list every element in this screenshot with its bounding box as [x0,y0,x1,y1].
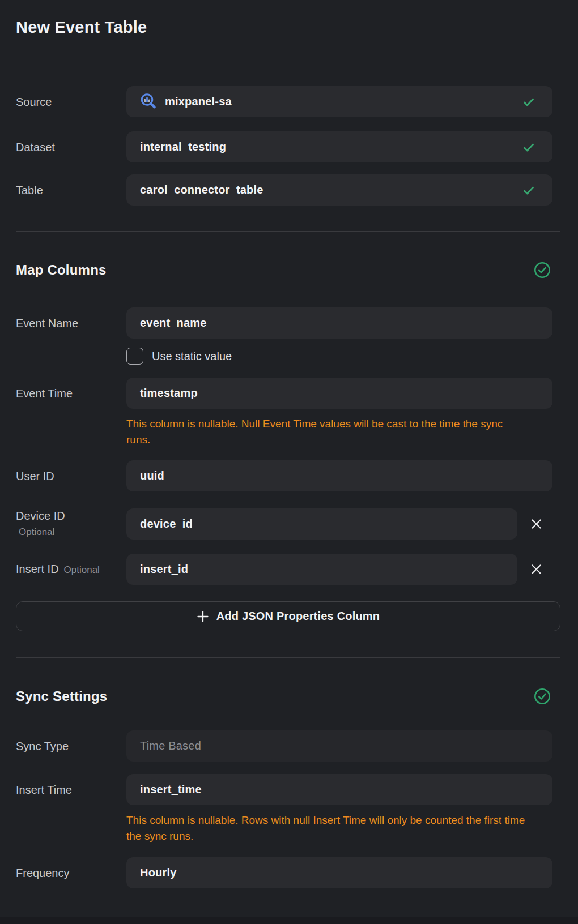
device-id-value: device_id [140,517,193,531]
remove-insert-id-button[interactable] [526,559,546,580]
insert-id-field[interactable]: insert_id [126,554,517,585]
remove-device-id-button[interactable] [526,514,546,534]
event-time-value: timestamp [140,387,198,400]
event-name-field[interactable]: event_name [126,307,552,339]
insert-id-label: Insert IDOptional [16,562,126,577]
dataset-value: internal_testing [140,140,226,153]
source-value: mixpanel-sa [165,95,232,108]
event-name-label: Event Name [16,316,126,330]
frequency-field[interactable]: Hourly [126,857,552,888]
add-json-properties-column-button[interactable]: Add JSON Properties Column [16,601,560,631]
sync-type-field: Time Based [126,730,552,762]
event-time-field[interactable]: timestamp [126,378,552,409]
insert-time-label: Insert Time [16,783,126,797]
device-id-label: Device ID Optional [16,509,126,539]
use-static-value-checkbox[interactable] [126,348,143,365]
frequency-row: Frequency Hourly [16,857,552,888]
frequency-label: Frequency [16,866,126,880]
section-divider [16,231,560,232]
dataset-label: Dataset [16,140,126,154]
user-id-field[interactable]: uuid [126,460,552,491]
map-columns-header: Map Columns [16,261,552,279]
user-id-row: User ID uuid [16,460,552,491]
event-time-warning: This column is nullable. Null Event Time… [126,416,529,448]
close-icon [530,517,543,531]
event-name-value: event_name [140,316,207,330]
sync-type-label: Sync Type [16,739,126,753]
insert-time-warning: This column is nullable. Rows with null … [126,812,529,844]
device-id-optional-label: Optional [19,525,126,539]
insert-id-value: insert_id [140,563,188,576]
source-field[interactable]: mixpanel-sa [126,86,552,117]
device-id-row: Device ID Optional device_id [16,508,552,540]
mixpanel-icon [139,92,158,111]
device-id-field[interactable]: device_id [126,508,517,540]
user-id-value: uuid [140,469,164,482]
map-columns-heading: Map Columns [16,262,107,278]
add-json-properties-column-label: Add JSON Properties Column [216,610,380,623]
user-id-label: User ID [16,469,126,483]
insert-time-field[interactable]: insert_time [126,774,552,805]
table-field[interactable]: carol_connector_table [126,174,552,206]
dataset-field[interactable]: internal_testing [126,131,552,162]
sync-settings-header: Sync Settings [16,687,552,705]
use-static-value-label: Use static value [152,350,232,363]
source-label: Source [16,95,126,109]
bottom-edge-strip [0,917,578,924]
insert-id-optional-label: Optional [64,564,100,575]
source-row: Source mixpanel-sa [16,86,552,117]
frequency-value: Hourly [140,866,177,879]
event-time-row: Event Time timestamp [16,378,552,409]
event-name-row: Event Name event_name [16,307,552,339]
plus-icon [197,610,209,623]
section-divider [16,657,560,658]
valid-check-icon [522,183,536,197]
sync-type-value: Time Based [140,739,201,752]
insert-time-value: insert_time [140,783,202,796]
dataset-row: Dataset internal_testing [16,131,552,162]
use-static-value-row: Use static value [126,348,552,365]
table-row: Table carol_connector_table [16,174,552,206]
event-time-label: Event Time [16,387,126,400]
insert-id-row: Insert IDOptional insert_id [16,554,552,585]
section-complete-icon [534,688,551,705]
close-icon [530,563,543,576]
valid-check-icon [522,140,536,154]
sync-settings-heading: Sync Settings [16,688,107,704]
sync-type-row: Sync Type Time Based [16,730,552,762]
table-value: carol_connector_table [140,183,264,196]
table-label: Table [16,183,126,197]
page-title: New Event Table [16,0,552,36]
insert-time-row: Insert Time insert_time [16,774,552,805]
section-complete-icon [534,262,551,279]
valid-check-icon [522,95,536,109]
